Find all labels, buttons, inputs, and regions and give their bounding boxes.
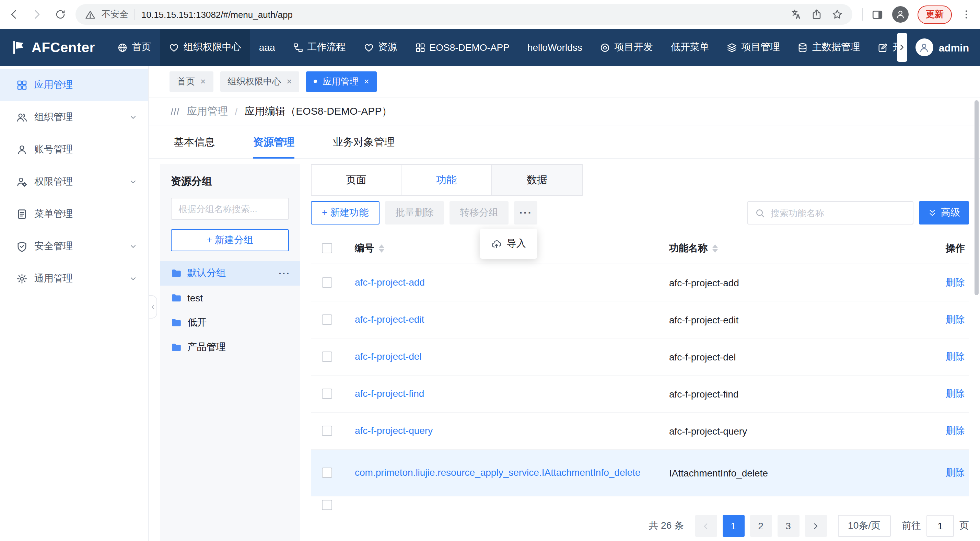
function-id-link[interactable]: com.primeton.liujie.resource_apply_servi…: [355, 465, 669, 480]
nav-item-eos8-demo-app[interactable]: EOS8-DEMO-APP: [406, 29, 519, 66]
sidebar-item-app-management[interactable]: 应用管理: [0, 69, 148, 101]
row-checkbox[interactable]: [322, 314, 332, 325]
row-checkbox[interactable]: [322, 351, 332, 362]
delete-link[interactable]: 删除: [920, 351, 969, 363]
reload-icon[interactable]: [55, 9, 66, 20]
page-button-2[interactable]: 2: [750, 515, 772, 537]
group-more-icon[interactable]: ···: [278, 268, 290, 279]
group-item-default[interactable]: 默认分组 ···: [160, 261, 300, 286]
group-item-test[interactable]: test: [160, 286, 300, 310]
url-text[interactable]: 10.15.15.151:13082/#/menu_auth/app: [142, 9, 293, 19]
batch-delete-button[interactable]: 批量删除: [385, 201, 444, 225]
delete-link[interactable]: 删除: [920, 466, 969, 479]
new-group-button[interactable]: + 新建分组: [171, 229, 289, 251]
back-icon[interactable]: [8, 9, 19, 20]
browser-profile-avatar[interactable]: [892, 6, 908, 23]
bookmark-star-icon[interactable]: [832, 9, 843, 20]
function-id-link[interactable]: afc-f-project-add: [355, 274, 669, 290]
close-icon[interactable]: ×: [364, 76, 369, 86]
function-search-input[interactable]: [771, 207, 906, 218]
goto-page-input[interactable]: [926, 515, 954, 537]
more-actions-button[interactable]: ···: [514, 201, 537, 225]
side-panel-icon[interactable]: [872, 9, 883, 20]
browser-update-button[interactable]: 更新: [918, 5, 952, 24]
nav-item-lowcode-menu[interactable]: 低开菜单: [662, 29, 718, 66]
sidebar-item-permission-management[interactable]: 权限管理: [0, 166, 148, 198]
row-checkbox[interactable]: [322, 500, 332, 510]
tab-basic-info[interactable]: 基本信息: [173, 126, 215, 158]
nav-item-in-development[interactable]: 开发中: [869, 29, 897, 66]
group-item-lowcode[interactable]: 低开: [160, 310, 300, 335]
page-tab-org-auth-center[interactable]: 组织权限中心 ×: [220, 71, 299, 92]
row-checkbox[interactable]: [322, 426, 332, 436]
function-name: afc-f-project-edit: [669, 314, 920, 325]
share-icon[interactable]: [811, 9, 822, 20]
tab-pages[interactable]: 页面: [311, 164, 401, 196]
vertical-scrollbar[interactable]: [975, 100, 978, 295]
page-tab-home[interactable]: 首页 ×: [170, 71, 213, 92]
next-page-button[interactable]: [805, 515, 827, 537]
user-menu[interactable]: admin: [907, 29, 980, 66]
new-function-button[interactable]: + 新建功能: [311, 201, 380, 225]
select-all-checkbox[interactable]: [322, 243, 332, 253]
function-id-link[interactable]: afc-f-project-del: [355, 349, 669, 365]
browser-menu-kebab-icon[interactable]: [961, 9, 972, 20]
row-checkbox[interactable]: [322, 278, 332, 288]
function-id-link[interactable]: afc-f-project-edit: [355, 312, 669, 327]
group-item-product-mgmt[interactable]: 产品管理: [160, 335, 300, 360]
function-name: afc-f-project-query: [669, 425, 920, 436]
sidebar-collapse-handle[interactable]: [149, 295, 157, 319]
nav-item-resources[interactable]: 资源: [355, 29, 406, 66]
nav-item-helloworldss[interactable]: helloWorldss: [519, 29, 591, 66]
app-logo[interactable]: AFCenter: [0, 29, 109, 66]
address-bar[interactable]: 不安全 10.15.15.151:13082/#/menu_auth/app: [75, 4, 852, 25]
screen: 不安全 10.15.15.151:13082/#/menu_auth/app 更…: [0, 0, 980, 541]
tab-functions[interactable]: 功能: [401, 164, 492, 196]
sidebar-item-security-management[interactable]: 安全管理: [0, 230, 148, 262]
column-header-name[interactable]: 功能名称: [669, 242, 920, 254]
forward-icon[interactable]: [32, 9, 43, 20]
sidebar-item-org-management[interactable]: 组织管理: [0, 101, 148, 133]
page-button-3[interactable]: 3: [777, 515, 799, 537]
page-size-select[interactable]: 10条/页: [838, 515, 891, 537]
nav-item-home[interactable]: 首页: [109, 29, 160, 66]
import-menu-item[interactable]: 导入: [480, 232, 537, 255]
sort-icon[interactable]: [712, 244, 718, 252]
prev-page-button[interactable]: [695, 515, 717, 537]
person-icon: [919, 42, 929, 53]
nav-item-org-auth-center[interactable]: 组织权限中心: [160, 29, 250, 66]
delete-link[interactable]: 删除: [920, 313, 969, 326]
transfer-group-button[interactable]: 转移分组: [450, 201, 509, 225]
function-id-link[interactable]: afc-f-project-query: [355, 423, 669, 439]
group-search-input[interactable]: [178, 204, 282, 214]
function-id-link[interactable]: afc-f-project-find: [355, 386, 669, 402]
sidebar-item-general-management[interactable]: 通用管理: [0, 262, 148, 295]
delete-link[interactable]: 删除: [920, 388, 969, 400]
delete-link[interactable]: 删除: [920, 276, 969, 289]
delete-link[interactable]: 删除: [920, 425, 969, 437]
nav-overflow-button[interactable]: [897, 33, 907, 62]
chevron-left-icon: [702, 522, 710, 530]
nav-item-workflow[interactable]: 工作流程: [284, 29, 355, 66]
breadcrumb-section[interactable]: 应用管理: [187, 105, 228, 118]
sidebar-item-account-management[interactable]: 账号管理: [0, 133, 148, 166]
nav-item-project-mgmt[interactable]: 项目管理: [718, 29, 789, 66]
close-icon[interactable]: ×: [286, 76, 292, 86]
breadcrumb-separator: /: [235, 106, 237, 117]
sort-icon[interactable]: [379, 244, 384, 252]
advanced-search-button[interactable]: 高级: [919, 201, 969, 225]
new-group-label: + 新建分组: [207, 234, 253, 246]
tab-resource-management[interactable]: 资源管理: [253, 126, 294, 158]
nav-item-aaa[interactable]: aaa: [250, 29, 284, 66]
nav-item-project-dev[interactable]: 项目开发: [591, 29, 662, 66]
page-tab-app-management[interactable]: 应用管理 ×: [306, 71, 376, 92]
tab-business-object-management[interactable]: 业务对象管理: [333, 126, 395, 158]
page-button-1[interactable]: 1: [722, 515, 744, 537]
translate-icon[interactable]: [791, 9, 802, 20]
sidebar-item-menu-management[interactable]: 菜单管理: [0, 198, 148, 230]
row-checkbox[interactable]: [322, 468, 332, 478]
close-icon[interactable]: ×: [200, 76, 205, 86]
tab-data[interactable]: 数据: [492, 164, 583, 196]
row-checkbox[interactable]: [322, 389, 332, 399]
nav-item-master-data[interactable]: 主数据管理: [789, 29, 869, 66]
